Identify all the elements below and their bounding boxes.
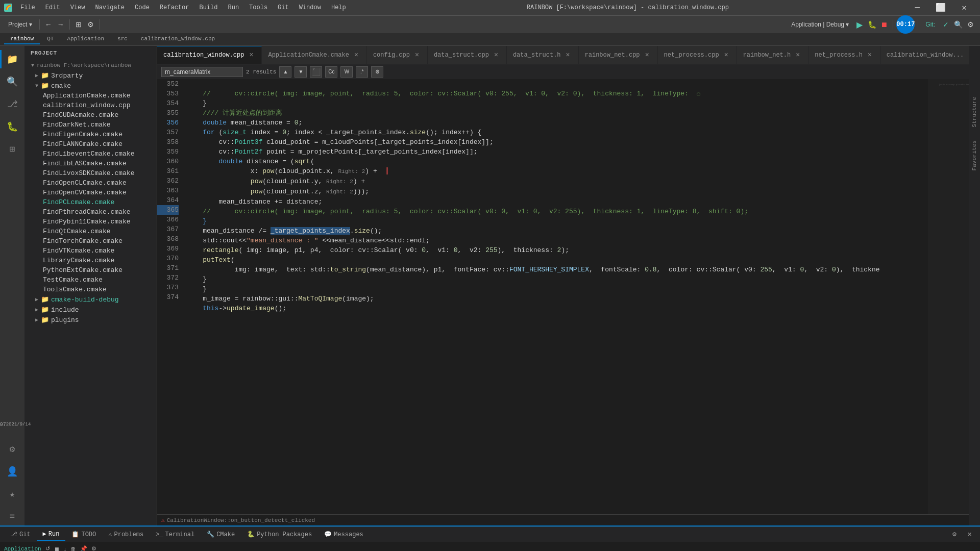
close-tab-netprocess[interactable]: × — [722, 51, 730, 59]
close-button[interactable]: ✕ — [952, 0, 976, 15]
find-next[interactable]: ▼ — [295, 66, 307, 78]
bottom-tab-cmake[interactable]: 🔧CMake — [201, 529, 241, 540]
activity-debug[interactable]: 🐛 — [3, 117, 21, 136]
sidebar-item-library[interactable]: LibraryCmake.cmake — [24, 256, 157, 265]
sidebar-item-findqt[interactable]: FindQtCmake.cmake — [24, 227, 157, 236]
file-tab-calibration2[interactable]: calibration_window... × — [880, 46, 969, 64]
activity-bottom-toggle[interactable]: ≡ — [3, 507, 21, 525]
file-tab-netprocess[interactable]: net_process.cpp × — [658, 46, 737, 64]
activity-user[interactable]: 👤 — [3, 462, 21, 481]
menu-git[interactable]: Git — [274, 3, 293, 12]
run-filter-btn[interactable]: ⚙ — [91, 545, 96, 551]
menu-file[interactable]: File — [16, 3, 39, 12]
close-tab-config[interactable]: × — [413, 51, 421, 59]
find-input[interactable] — [161, 67, 243, 77]
sidebar-item-findeigen[interactable]: FindEigenCmake.cmake — [24, 130, 157, 139]
sidebar-item-findopencl[interactable]: FindOpenCLCmake.cmake — [24, 178, 157, 188]
file-tab-datastruct-h[interactable]: data_struct.h × — [507, 46, 579, 64]
run-stop-btn[interactable]: ⏹ — [54, 546, 60, 552]
run-pin-btn[interactable]: 📌 — [80, 545, 87, 551]
menu-window[interactable]: Window — [295, 3, 325, 12]
git-btn[interactable]: Git: — [921, 19, 939, 30]
proj-tab-rainbow[interactable]: rainbow — [4, 34, 40, 44]
find-options-cc[interactable]: Cc — [325, 66, 337, 78]
close-tab-netprocessh[interactable]: × — [866, 51, 874, 59]
debug-button[interactable]: 🐛 — [866, 19, 877, 30]
bottom-tab-python[interactable]: 🐍Python Packages — [241, 529, 318, 540]
menu-tools[interactable]: Tools — [245, 3, 272, 12]
sidebar-item-findlibevent[interactable]: FindLibeventCmake.cmake — [24, 149, 157, 159]
sidebar-item-test[interactable]: TestCmake.cmake — [24, 275, 157, 285]
sidebar-item-findvtk[interactable]: FindVTKcmake.cmake — [24, 246, 157, 256]
menu-refactor[interactable]: Refactor — [156, 3, 193, 12]
run-scroll-btn[interactable]: ↓ — [64, 546, 67, 552]
sidebar-item-applicationcmake[interactable]: ApplicationCmake.cmake — [24, 91, 157, 101]
toolbar-settings-2[interactable]: ⚙ — [965, 19, 976, 30]
sidebar-item-findlivoxsdk[interactable]: FindLivoxSDKCmake.cmake — [24, 168, 157, 178]
sidebar-item-3rdparty[interactable]: ▶ 📁 3rdparty — [24, 70, 157, 81]
find-filter[interactable]: ⚙ — [371, 66, 383, 78]
bottom-close-btn[interactable]: ✕ — [963, 530, 976, 539]
sidebar-item-findpthread[interactable]: FindPthreadCmake.cmake — [24, 207, 157, 217]
bottom-tab-run[interactable]: ▶Run — [37, 528, 66, 541]
sidebar-item-findopencv[interactable]: FindOpenCVCmake.cmake — [24, 188, 157, 197]
bottom-tab-messages[interactable]: 💬Messages — [318, 529, 370, 540]
proj-tab-qt[interactable]: QT — [41, 34, 60, 44]
activity-search[interactable]: 🔍 — [3, 72, 21, 91]
sidebar-item-include[interactable]: ▶ 📁 include — [24, 305, 157, 315]
activity-bookmark[interactable]: ★ — [3, 485, 21, 503]
sidebar-item-tools[interactable]: ToolsCmake.cmake — [24, 285, 157, 294]
sidebar-item-cmake[interactable]: ▼ 📁 cmake — [24, 81, 157, 91]
minimize-button[interactable]: — — [905, 0, 929, 15]
bottom-tab-terminal[interactable]: >_Terminal — [150, 529, 201, 540]
git-check[interactable]: ✓ — [940, 19, 951, 30]
menu-run[interactable]: Run — [224, 3, 243, 12]
menu-build[interactable]: Build — [195, 3, 222, 12]
close-tab-rainbownet[interactable]: × — [643, 51, 651, 59]
close-tab-appcmake[interactable]: × — [352, 51, 360, 59]
proj-tab-src[interactable]: src — [111, 34, 134, 44]
run-button[interactable]: ▶ — [854, 19, 865, 30]
toolbar-project-btn[interactable]: Project ▾ — [4, 19, 36, 30]
menu-code[interactable]: Code — [131, 3, 154, 12]
file-tab-appcmake[interactable]: ApplicationCmake.cmake × — [262, 46, 366, 64]
file-tab-rainbownet[interactable]: rainbow_net.cpp × — [579, 46, 658, 64]
close-tab-calibration[interactable]: × — [247, 51, 255, 59]
close-tab-datastruct-h[interactable]: × — [564, 51, 572, 59]
run-config-btn[interactable]: Application | Debug ▾ — [787, 20, 853, 29]
find-options-regex[interactable]: .* — [356, 66, 368, 78]
menu-navigate[interactable]: Navigate — [91, 3, 129, 12]
close-tab-datastruct-cpp[interactable]: × — [492, 51, 500, 59]
run-restart-btn[interactable]: ↺ — [45, 545, 50, 551]
sidebar-item-findflann[interactable]: FindFLANNCmake.cmake — [24, 139, 157, 149]
sidebar-item-findcuda[interactable]: FindCUDAcmake.cmake — [24, 110, 157, 120]
find-prev[interactable]: ▲ — [279, 66, 291, 78]
sidebar-item-findliblas[interactable]: FindLibLASCmake.cmake — [24, 159, 157, 168]
activity-settings[interactable]: ⚙ — [3, 440, 21, 458]
sidebar-item-findpcl[interactable]: FindPCLcmake.cmake — [24, 197, 157, 207]
sidebar-item-findpybin[interactable]: FindPybin11Cmake.cmake — [24, 217, 157, 227]
find-close[interactable]: ⬛ — [310, 66, 322, 78]
sidebar-item-cmake-build-debug[interactable]: ▶ 📁 cmake-build-debug — [24, 294, 157, 305]
sidebar-root[interactable]: ▼ rainbow F:\workspace\rainbow — [24, 60, 157, 70]
sidebar-item-finddarknet[interactable]: FindDarkNet.cmake — [24, 120, 157, 130]
activity-extensions[interactable]: ⊞ — [3, 140, 21, 158]
find-options-w[interactable]: W — [340, 66, 353, 78]
menu-help[interactable]: Help — [327, 3, 350, 12]
file-tab-datastruct-cpp[interactable]: data_struct.cpp × — [428, 46, 507, 64]
bottom-tab-problems[interactable]: ⚠Problems — [102, 529, 150, 540]
code-content[interactable]: // cv::circle( img: image, point, radius… — [183, 79, 928, 514]
file-tab-config[interactable]: config.cpp × — [367, 46, 428, 64]
run-clear-btn[interactable]: 🗑 — [70, 546, 76, 552]
menu-edit[interactable]: Edit — [41, 3, 64, 12]
stop-button[interactable]: ⏹ — [878, 19, 890, 30]
toolbar-split[interactable]: ⊞ — [73, 19, 84, 30]
activity-explorer[interactable]: 📁 — [3, 50, 21, 68]
proj-tab-application[interactable]: Application — [61, 34, 110, 44]
toolbar-nav-forward[interactable]: → — [55, 19, 66, 30]
proj-tab-calibration[interactable]: calibration_window.cpp — [135, 34, 221, 44]
sidebar-item-pythonext[interactable]: PythonExtCmake.cmake — [24, 265, 157, 275]
menu-view[interactable]: View — [66, 3, 89, 12]
activity-git[interactable]: ⎇ — [3, 95, 21, 113]
bottom-tab-git[interactable]: ⎇Git — [4, 529, 37, 540]
